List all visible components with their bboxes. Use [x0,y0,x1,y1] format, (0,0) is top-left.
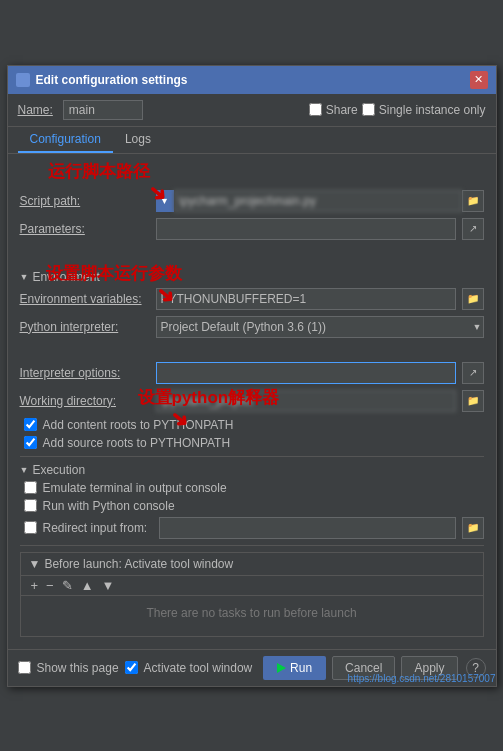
redirect-input-folder-btn[interactable]: 📁 [462,517,484,539]
before-launch-edit-btn[interactable]: ✎ [60,579,75,592]
close-button[interactable]: ✕ [470,71,488,89]
before-launch-down-btn[interactable]: ▼ [100,579,117,592]
run-button-label: Run [290,661,312,675]
working-dir-input[interactable] [156,390,456,412]
env-variables-row: Environment variables: 📁 [20,288,484,310]
show-page-checkbox[interactable] [18,661,31,674]
interpreter-options-row: Interpreter options: ↗ [20,362,484,384]
script-path-folder-btn[interactable]: 📁 [462,190,484,212]
execution-label: Execution [32,463,85,477]
script-path-input-wrapper: ▼ 📁 [156,190,484,212]
add-source-roots-label: Add source roots to PYTHONPATH [43,436,231,450]
before-launch-up-btn[interactable]: ▲ [79,579,96,592]
single-instance-checkbox[interactable] [362,103,375,116]
activate-window-checkbox[interactable] [125,661,138,674]
environment-header[interactable]: ▼ Environment [20,270,484,284]
parameters-input[interactable] [156,218,456,240]
parameters-row: Parameters: ↗ [20,218,484,240]
before-launch-add-btn[interactable]: + [29,579,41,592]
emulate-terminal-label: Emulate terminal in output console [43,481,227,495]
environment-label: Environment [32,270,99,284]
activate-window-label: Activate tool window [144,661,253,675]
add-source-roots-row: Add source roots to PYTHONPATH [20,436,484,450]
name-label: Name: [18,103,53,117]
title-bar-left: Edit configuration settings [16,73,188,87]
redirect-input-row: Redirect input from: 📁 [20,517,484,539]
bottom-bar-left: Show this page Activate tool window [18,661,256,675]
env-variables-folder-btn[interactable]: 📁 [462,288,484,310]
python-interpreter-row: Python interpreter: Project Default (Pyt… [20,316,484,338]
env-variables-input[interactable] [156,288,456,310]
name-input[interactable] [63,100,143,120]
run-python-console-row: Run with Python console [20,499,484,513]
interpreter-options-expand-btn[interactable]: ↗ [462,362,484,384]
working-dir-label: Working directory: [20,394,150,408]
divider-1 [20,456,484,457]
redirect-input-checkbox[interactable] [24,521,37,534]
before-launch-toolbar: + − ✎ ▲ ▼ [21,575,483,596]
run-python-console-checkbox[interactable] [24,499,37,512]
python-interpreter-select-wrapper: Project Default (Python 3.6 (1)) ▼ [156,316,484,338]
script-path-input[interactable] [174,190,462,212]
add-content-roots-checkbox[interactable] [24,418,37,431]
emulate-terminal-row: Emulate terminal in output console [20,481,484,495]
script-path-row: Script path: ▼ 📁 [20,190,484,212]
dialog: Edit configuration settings ✕ Name: Shar… [7,65,497,687]
share-label: Share [326,103,358,117]
tabs: Configuration Logs [8,127,496,154]
interpreter-options-input[interactable] [156,362,456,384]
script-path-label: Script path: [20,194,150,208]
before-launch-empty-message: There are no tasks to run before launch [146,606,356,620]
title-bar: Edit configuration settings ✕ [8,66,496,94]
dialog-title: Edit configuration settings [36,73,188,87]
redirect-input-label: Redirect input from: [43,521,148,535]
share-area: Share Single instance only [309,103,486,117]
script-path-dropdown-btn[interactable]: ▼ [156,190,174,212]
redirect-input-checkbox-wrapper: Redirect input from: [20,521,148,535]
single-instance-label: Single instance only [379,103,486,117]
before-launch-content: There are no tasks to run before launch [21,596,483,636]
parameters-expand-btn[interactable]: ↗ [462,218,484,240]
title-icon [16,73,30,87]
run-icon [277,663,286,673]
before-launch-section: ▼ Before launch: Activate tool window + … [20,552,484,637]
add-source-roots-checkbox[interactable] [24,436,37,449]
run-python-console-label: Run with Python console [43,499,175,513]
watermark: https://blog.csdn.net/2810157007 [348,673,496,684]
execution-header[interactable]: ▼ Execution [20,463,484,477]
parameters-label: Parameters: [20,222,150,236]
annotation-script-path: 运行脚本路径 [48,160,150,183]
top-bar: Name: Share Single instance only [8,94,496,127]
content: 运行脚本路径 ➜ Script path: ▼ 📁 Parameters: ↗ … [8,154,496,649]
tab-logs[interactable]: Logs [113,127,163,153]
show-page-label: Show this page [37,661,119,675]
interpreter-options-label: Interpreter options: [20,366,150,380]
divider-2 [20,545,484,546]
before-launch-header[interactable]: ▼ Before launch: Activate tool window [21,553,483,575]
before-launch-label: Before launch: Activate tool window [44,557,233,571]
tab-configuration[interactable]: Configuration [18,127,113,153]
run-button[interactable]: Run [263,656,326,680]
add-content-roots-label: Add content roots to PYTHONPATH [43,418,234,432]
python-interpreter-label: Python interpreter: [20,320,150,334]
before-launch-arrow: ▼ [29,557,41,571]
before-launch-remove-btn[interactable]: − [44,579,56,592]
working-dir-row: Working directory: 📁 [20,390,484,412]
emulate-terminal-checkbox[interactable] [24,481,37,494]
add-content-roots-row: Add content roots to PYTHONPATH [20,418,484,432]
execution-arrow: ▼ [20,465,29,475]
environment-arrow: ▼ [20,272,29,282]
redirect-input-field[interactable] [159,517,455,539]
working-dir-folder-btn[interactable]: 📁 [462,390,484,412]
share-checkbox[interactable] [309,103,322,116]
python-interpreter-select[interactable]: Project Default (Python 3.6 (1)) [156,316,484,338]
env-variables-label: Environment variables: [20,292,150,306]
